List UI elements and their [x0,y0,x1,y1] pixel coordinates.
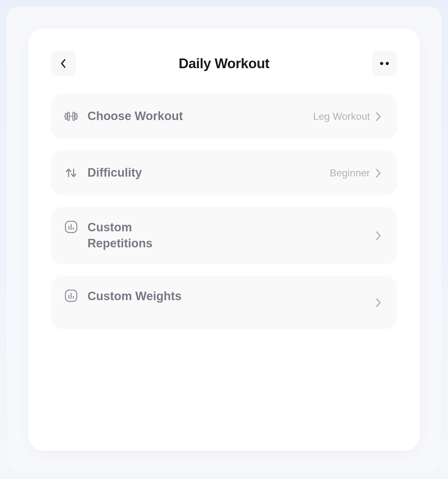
row-value: Leg Workout [313,111,370,122]
chevron-right-icon [376,168,384,177]
back-button[interactable] [51,51,76,76]
more-button[interactable] [372,51,397,76]
svg-rect-2 [73,112,75,120]
dumbbell-icon [64,109,79,124]
custom-weights-row[interactable]: Custom Weights [51,276,397,329]
chevron-left-icon [60,58,67,69]
row-label: Choose Workout [87,108,183,124]
page-title: Daily Workout [179,56,270,71]
row-value: Beginner [330,167,370,179]
chevron-right-icon [376,112,384,121]
settings-card: Daily Workout [28,28,420,451]
svg-rect-3 [75,113,77,119]
svg-rect-1 [68,112,70,120]
choose-workout-row[interactable]: Choose Workout Leg Workout [51,94,397,139]
chart-squircle-icon [64,288,79,303]
header: Daily Workout [51,51,397,76]
settings-list: Choose Workout Leg Workout Difficu [51,94,397,329]
row-label: Custom Repetitions [87,219,188,252]
custom-repetitions-row[interactable]: Custom Repetitions [51,207,397,264]
difficulty-row[interactable]: Difficulity Beginner [51,150,397,195]
chevron-right-icon [376,298,384,307]
arrows-up-down-icon [64,165,79,180]
row-label: Custom Weights [87,288,182,304]
chart-squircle-icon [64,219,79,234]
outer-container: Daily Workout [6,6,442,473]
dots-horizontal-icon [380,62,389,65]
chevron-right-icon [376,231,384,240]
svg-rect-0 [65,113,67,119]
row-label: Difficulity [87,165,142,181]
